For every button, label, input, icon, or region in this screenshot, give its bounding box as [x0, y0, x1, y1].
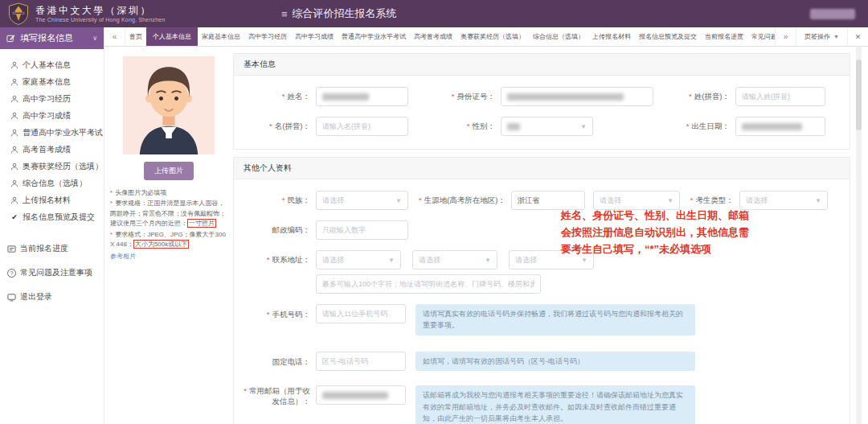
row-landline: 固定电话： 如填写，请填写有效的固话号码（区号-电话号码）	[244, 352, 840, 371]
tab-family-info[interactable]: 家庭基本信息	[198, 27, 244, 46]
sidebar-item-faq[interactable]: ? 常见问题及注意事项	[0, 261, 104, 285]
candidate-type-select[interactable]: 请选择 ▼	[739, 191, 828, 210]
photo-note-format-highlight: 大小为500k或以下	[133, 240, 189, 249]
person-icon	[10, 179, 18, 187]
logout-icon	[7, 293, 16, 302]
sidebar-item-logout[interactable]: 退出登录	[0, 285, 104, 309]
top-header: 香港中文大學（深圳） The Chinese University of Hon…	[0, 0, 868, 27]
tab-hs-experience[interactable]: 高中学习经历	[244, 27, 291, 46]
sidebar-item-hs-experience[interactable]: 高中学习经历	[0, 90, 104, 107]
sidebar-items: 个人基本信息 家庭基本信息 高中学习经历 高中学习成绩 普通高中学业水平考试 高…	[0, 56, 104, 225]
email-input[interactable]	[316, 385, 406, 405]
ethnicity-select[interactable]: 请选择 ▼	[316, 191, 408, 210]
mobile-input[interactable]	[316, 304, 406, 323]
field-surname-pinyin: 姓(拼音)：	[671, 87, 840, 106]
redacted-value	[742, 123, 802, 130]
field-gender: 性别： ▼	[430, 117, 671, 136]
email-hint: 该邮箱将成为我校与您沟通报考相关事项的重要途径！请确保该邮箱地址为您真实有效的常…	[416, 385, 695, 424]
university-name-en: The Chinese University of Hong Kong, She…	[35, 17, 166, 23]
sidebar-item-gaokao-scores[interactable]: 高考首考成绩	[0, 141, 104, 158]
landline-hint: 如填写，请填写有效的固话号码（区号-电话号码）	[416, 352, 695, 371]
name-input[interactable]	[316, 87, 408, 106]
hamburger-menu-icon[interactable]: ≡	[281, 8, 288, 20]
tab-progress[interactable]: 当前报名进度	[701, 27, 747, 46]
address-district-select[interactable]: 请选择 ▼	[509, 250, 594, 270]
caret-down-icon: ▼	[395, 197, 402, 204]
person-icon	[10, 163, 18, 171]
sidebar-group-fill-info[interactable]: 填写报名信息 ∨	[0, 27, 104, 49]
person-icon	[10, 196, 18, 204]
tab-hs-grades[interactable]: 高中学习成绩	[291, 27, 338, 46]
redacted-value	[322, 93, 369, 101]
given-pinyin-input[interactable]	[316, 117, 408, 136]
user-account-redacted[interactable]	[810, 9, 855, 19]
chevron-down-icon: ∨	[92, 35, 97, 42]
sidebar-item-progress[interactable]: 当前报名进度	[0, 237, 104, 261]
field-birth-date: 出生日期：	[671, 117, 840, 136]
person-icon	[10, 78, 18, 86]
sidebar-item-hs-grades[interactable]: 高中学习成绩	[0, 107, 104, 124]
surname-pinyin-input[interactable]	[735, 87, 825, 106]
field-given-pinyin: 名(拼音)：	[244, 117, 430, 136]
section-other-title: 其他个人资料	[234, 158, 850, 179]
tab-home[interactable]: 首页	[125, 27, 146, 46]
sidebar-item-upload-materials[interactable]: 上传报名材料	[0, 191, 104, 208]
university-name-cn: 香港中文大學（深圳）	[35, 5, 166, 17]
caret-down-icon: ▼	[581, 257, 588, 264]
form-area: 基本信息 姓名： 身份证号： 姓(拼音)：	[233, 53, 850, 424]
caret-down-icon: ▼	[388, 257, 395, 264]
address-city-select[interactable]: 请选择 ▼	[412, 250, 497, 270]
caret-down-icon: ▼	[580, 123, 587, 130]
field-id-number: 身份证号：	[430, 87, 671, 106]
university-brand: 香港中文大學（深圳） The Chinese University of Hon…	[0, 2, 281, 25]
scroll-tabs-left-icon[interactable]: «	[104, 27, 125, 46]
sidebar-item-personal-info[interactable]: 个人基本信息	[0, 56, 104, 73]
redacted-value	[322, 392, 388, 399]
tab-academic-level-exam[interactable]: 普通高中学业水平考试	[338, 27, 410, 46]
sidebar-group-label: 填写报名信息	[20, 32, 73, 44]
section-basic-info: 基本信息 姓名： 身份证号： 姓(拼音)：	[233, 53, 850, 150]
postal-code-input[interactable]	[316, 220, 408, 240]
sidebar-item-preview-submit[interactable]: ✔ 报名信息预览及提交	[0, 208, 104, 225]
sidebar-item-academic-level-exam[interactable]: 普通高中学业水平考试	[0, 124, 104, 141]
vertical-scrollbar[interactable]	[856, 47, 862, 424]
sidebar-item-comprehensive-info[interactable]: 综合信息（选填）	[0, 175, 104, 191]
field-name: 姓名：	[244, 87, 430, 106]
sidebar-item-olympiad-awards[interactable]: 奥赛获奖经历（选填）	[0, 158, 104, 175]
tab-preview-submit[interactable]: 报名信息预览及提交	[635, 27, 701, 46]
tab-faq[interactable]: 常见问题及注意事项	[747, 27, 775, 46]
caret-down-icon: ▼	[815, 197, 821, 204]
edit-icon	[6, 34, 15, 43]
origin-city-select[interactable]: 请选择 ▼	[593, 191, 680, 210]
page-content: 上传图片 头像图片为必填项 要求规格：正面并清楚显示本人面容，两眼睁开；背景色不…	[104, 47, 868, 424]
tab-bar: « 首页 个人基本信息 家庭基本信息 高中学习经历 高中学习成绩 普通高中学业水…	[104, 27, 868, 47]
upload-photo-button[interactable]: 上传图片	[144, 162, 194, 180]
scroll-tabs-right-icon[interactable]: »	[775, 27, 796, 46]
caret-down-icon: ▼	[667, 197, 674, 204]
tab-operations-dropdown[interactable]: 页签操作 ▼	[796, 27, 847, 46]
gender-select[interactable]: ▼	[501, 117, 593, 136]
tab-personal-info[interactable]: 个人基本信息	[146, 27, 198, 46]
sidebar-item-family-info[interactable]: 家庭基本信息	[0, 73, 104, 90]
reference-photo-link[interactable]: 参考相片	[110, 252, 136, 261]
close-tab-icon[interactable]: ✕	[847, 27, 868, 46]
sidebar-nav: 填写报名信息 ∨ 个人基本信息 家庭基本信息 高中学习经历 高中学习成绩	[0, 27, 104, 424]
avatar-illustration	[121, 56, 216, 154]
address-detail-input[interactable]	[316, 274, 541, 294]
birth-date-input[interactable]	[735, 117, 825, 136]
tab-upload-materials[interactable]: 上传报名材料	[588, 27, 635, 46]
tab-comprehensive-info[interactable]: 综合信息（选填）	[529, 27, 588, 46]
system-title: 综合评价招生报名系统	[293, 6, 397, 21]
address-province-select[interactable]: 请选择 ▼	[316, 250, 401, 270]
scrollbar-thumb[interactable]	[856, 60, 862, 130]
person-icon	[10, 61, 18, 69]
tab-olympiad-awards[interactable]: 奥赛获奖经历（选填）	[457, 27, 529, 46]
landline-input[interactable]	[316, 352, 406, 371]
person-icon	[10, 112, 18, 120]
tab-gaokao-scores[interactable]: 高考首考成绩	[410, 27, 457, 46]
person-icon	[10, 129, 18, 137]
caret-down-icon: ▼	[485, 257, 491, 264]
id-number-input[interactable]	[501, 87, 653, 106]
origin-province-input[interactable]: 浙江省	[511, 191, 585, 210]
photo-requirements: 头像图片为必填项 要求规格：正面并清楚显示本人面容，两眼睁开；背景色不限；没有佩…	[110, 188, 227, 262]
